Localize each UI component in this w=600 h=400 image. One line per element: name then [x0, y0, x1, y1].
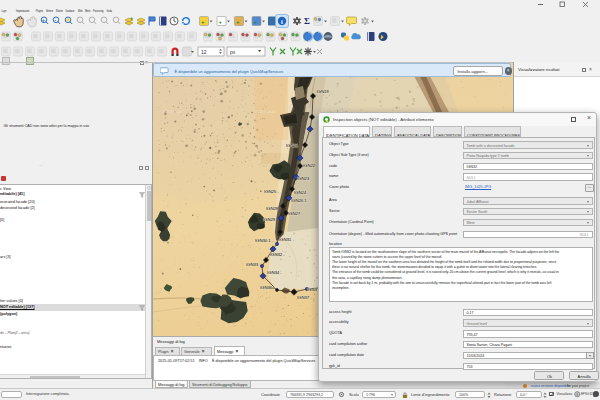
svg-text:© 2023 Maxar: © 2023 Maxar — [255, 110, 276, 114]
svg-text:IGN24 -: IGN24 - — [294, 190, 309, 195]
svg-text:+: + — [236, 19, 240, 25]
svg-text:i: i — [281, 18, 283, 25]
svg-text:IGN27 -: IGN27 - — [288, 211, 303, 216]
svg-text:IGN21: IGN21 — [286, 143, 299, 148]
svg-text:Σ: Σ — [304, 16, 310, 26]
svg-text:px: px — [230, 49, 236, 55]
svg-text:IGN36a: IGN36a — [260, 285, 275, 290]
svg-text:IGN30.1 -: IGN30.1 - — [255, 238, 274, 243]
svg-text:IGN37 -: IGN37 - — [297, 295, 312, 300]
svg-text:+: + — [42, 17, 45, 23]
svg-text:IGN3: IGN3 — [307, 287, 318, 292]
svg-text:+: + — [219, 19, 223, 25]
svg-text:IGN22: IGN22 — [303, 163, 316, 168]
svg-text:IGN34 -: IGN34 - — [267, 270, 282, 275]
svg-text:IGN19: IGN19 — [317, 89, 330, 94]
svg-text:+: + — [254, 19, 258, 25]
svg-text:IGN32 -: IGN32 - — [270, 252, 285, 257]
svg-text:IGN28: IGN28 — [266, 206, 279, 211]
svg-text:IGN23: IGN23 — [297, 176, 310, 181]
svg-text:IGN25 -: IGN25 - — [264, 189, 279, 194]
svg-text:12: 12 — [201, 49, 207, 55]
svg-text:IDENTIFICATION DATA: IDENTIFICATION DATA — [326, 134, 370, 137]
svg-text:+: + — [130, 15, 133, 21]
svg-text:IGN26.1 -: IGN26.1 - — [291, 198, 310, 203]
svg-text:© 2023 Maxar: © 2023 Maxar — [162, 110, 183, 114]
svg-text:IGN33: IGN33 — [246, 262, 259, 267]
svg-text:IGN29: IGN29 — [263, 217, 276, 222]
svg-text:IGN31: IGN31 — [279, 237, 292, 242]
svg-text:+: + — [201, 19, 205, 25]
